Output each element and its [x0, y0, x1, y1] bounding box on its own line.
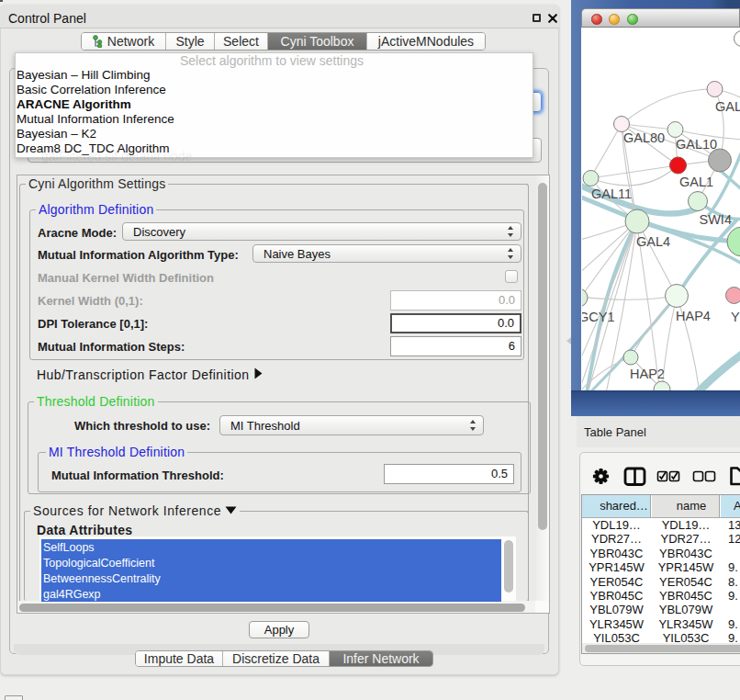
- svg-text:GAL80: GAL80: [623, 130, 665, 145]
- svg-text:GAL10: GAL10: [676, 137, 717, 152]
- svg-text:SWI4: SWI4: [700, 212, 732, 227]
- svg-text:GAL4: GAL4: [636, 234, 670, 249]
- svg-text:GAL7: GAL7: [715, 99, 740, 114]
- svg-text:HAP2: HAP2: [630, 367, 665, 381]
- svg-text:GCY1: GCY1: [582, 310, 615, 324]
- svg-text:YM: YM: [731, 310, 740, 324]
- svg-text:GAL11: GAL11: [591, 186, 632, 201]
- svg-text:HAP4: HAP4: [676, 309, 711, 323]
- svg-text:GAL1: GAL1: [679, 175, 713, 189]
